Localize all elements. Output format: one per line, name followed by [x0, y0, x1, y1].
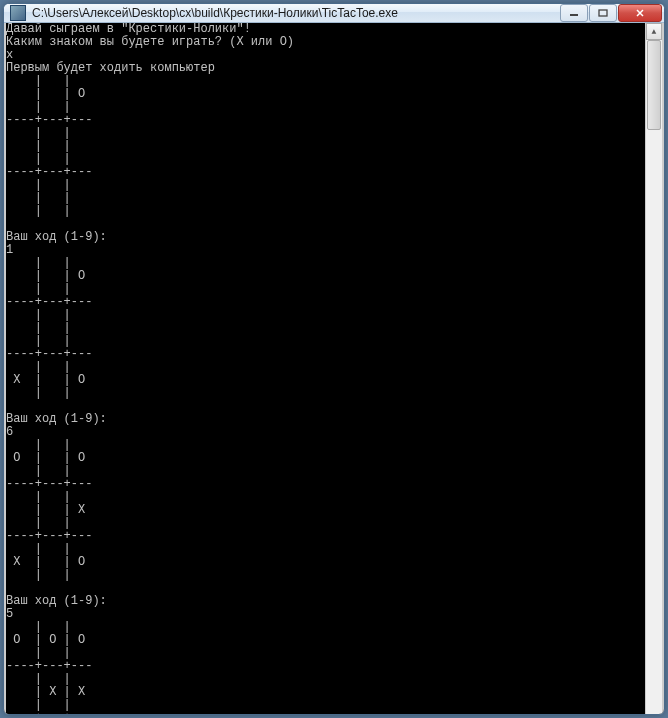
app-window: C:\Users\Алексей\Desktop\cx\build\Крести…	[3, 3, 665, 715]
line-first-move: Первым будет ходить компьютер	[6, 61, 215, 75]
board1: ----+---+---	[6, 347, 92, 361]
board3: | |	[6, 620, 71, 634]
window-controls	[560, 4, 662, 22]
line-move-prompt: Ваш ход (1-9):	[6, 230, 107, 244]
board1: | |	[6, 386, 71, 400]
line-move1: 1	[6, 243, 13, 257]
board1: | |	[6, 256, 71, 270]
board0: | | O	[6, 87, 85, 101]
close-button[interactable]	[618, 4, 662, 22]
board1: | |	[6, 282, 71, 296]
board1: | |	[6, 360, 71, 374]
board0: | |	[6, 126, 71, 140]
board0: | |	[6, 204, 71, 218]
board2: | |	[6, 464, 71, 478]
board3: | X | X	[6, 685, 85, 699]
board0: ----+---+---	[6, 165, 92, 179]
board3: O | O | O	[6, 633, 85, 647]
board0: | |	[6, 139, 71, 153]
board2: | | X	[6, 503, 85, 517]
board3: | |	[6, 698, 71, 712]
board1: | | O	[6, 269, 85, 283]
console-output[interactable]: Давай сыграем в "Крестики-Нолики"! Каким…	[6, 23, 645, 715]
minimize-icon	[569, 9, 579, 17]
board3: ----+---+---	[6, 711, 92, 715]
line-prompt-sign: Каким знаком вы будете играть? (X или O)	[6, 35, 294, 49]
scroll-thumb[interactable]	[647, 40, 661, 130]
board0: | |	[6, 100, 71, 114]
board0: ----+---+---	[6, 113, 92, 127]
board0: | |	[6, 74, 71, 88]
window-title: C:\Users\Алексей\Desktop\cx\build\Крести…	[32, 6, 560, 20]
board0: | |	[6, 152, 71, 166]
titlebar[interactable]: C:\Users\Алексей\Desktop\cx\build\Крести…	[4, 4, 664, 23]
close-icon	[635, 9, 645, 17]
board1: | |	[6, 308, 71, 322]
scroll-up-button[interactable]: ▲	[646, 23, 662, 40]
board1: | |	[6, 334, 71, 348]
maximize-icon	[598, 9, 608, 17]
board1: ----+---+---	[6, 295, 92, 309]
line-move-prompt: Ваш ход (1-9):	[6, 594, 107, 608]
board3: | |	[6, 646, 71, 660]
maximize-button[interactable]	[589, 4, 617, 22]
board2: ----+---+---	[6, 529, 92, 543]
minimize-button[interactable]	[560, 4, 588, 22]
line-user-sign: x	[6, 48, 13, 62]
board0: | |	[6, 178, 71, 192]
board1: | |	[6, 321, 71, 335]
board3: ----+---+---	[6, 659, 92, 673]
svg-rect-1	[599, 10, 607, 16]
board2: ----+---+---	[6, 477, 92, 491]
board2: | |	[6, 542, 71, 556]
vertical-scrollbar[interactable]: ▲ ▼	[645, 23, 662, 715]
board2: | |	[6, 516, 71, 530]
svg-rect-0	[570, 14, 578, 16]
console-area: Давай сыграем в "Крестики-Нолики"! Каким…	[4, 23, 664, 715]
line-move3: 5	[6, 607, 13, 621]
board3: | |	[6, 672, 71, 686]
board2: O | | O	[6, 451, 85, 465]
board2: | |	[6, 438, 71, 452]
board2: | |	[6, 490, 71, 504]
board1: X | | O	[6, 373, 85, 387]
board2: X | | O	[6, 555, 85, 569]
line-move-prompt: Ваш ход (1-9):	[6, 412, 107, 426]
line-move2: 6	[6, 425, 13, 439]
app-icon	[10, 5, 26, 21]
board2: | |	[6, 568, 71, 582]
board0: | |	[6, 191, 71, 205]
